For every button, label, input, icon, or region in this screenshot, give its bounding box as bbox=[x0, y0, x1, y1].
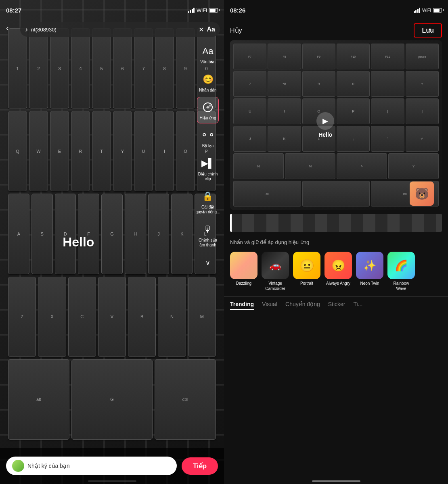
left-time: 08:27 bbox=[6, 7, 21, 14]
video-text-overlay: Hello bbox=[63, 235, 94, 250]
music-close-button[interactable]: ✕ bbox=[199, 26, 204, 33]
right-wifi-icon: WiFi bbox=[422, 8, 431, 13]
home-indicator-right bbox=[312, 480, 360, 482]
key-8: 8 bbox=[155, 28, 174, 108]
tab-trending[interactable]: Trending bbox=[230, 301, 254, 310]
timeline-content bbox=[230, 214, 442, 232]
diary-label: Nhật ký của bạn bbox=[27, 463, 70, 469]
wifi-icon: WiFi bbox=[197, 7, 207, 13]
right-status-bar: 08:26 WiFi bbox=[224, 0, 448, 20]
effect-label-neon: Neon Twin bbox=[360, 281, 379, 286]
left-bottom-bar: Nhật ký của bạn Tiếp bbox=[0, 448, 224, 484]
huy-button[interactable]: Hủy bbox=[230, 27, 242, 34]
effect-label-dazzling: Dazzling bbox=[236, 281, 251, 286]
text-tool-text: Văn bản bbox=[200, 60, 216, 65]
right-status-icons: WiFi bbox=[414, 7, 442, 13]
effect-thumb-neon: ✨ bbox=[356, 252, 383, 279]
music-title: nt(808930) bbox=[31, 27, 195, 33]
key-6: 6 bbox=[113, 28, 132, 108]
clip-icon: ▶▌ bbox=[200, 156, 216, 171]
effect-portrait[interactable]: 😐 Portrait bbox=[293, 252, 320, 291]
luu-button[interactable]: Lưu bbox=[414, 23, 442, 38]
effect-label-rainbow-wave: RainbowWave bbox=[394, 281, 409, 291]
music-note-icon: ♪ bbox=[25, 26, 28, 33]
sticker-button[interactable]: 😊 Nhãn dán bbox=[197, 69, 219, 96]
right-action-bar: Hủy Lưu bbox=[224, 20, 448, 40]
key-3: 3 bbox=[50, 28, 69, 108]
signal-icon bbox=[188, 7, 195, 13]
key-4: 4 bbox=[71, 28, 90, 108]
key-row-zxcv: Z X C V B N M bbox=[8, 277, 216, 357]
effect-thumb-portrait: 😐 bbox=[293, 252, 320, 279]
next-button[interactable]: Tiếp bbox=[182, 457, 218, 475]
key-7: 7 bbox=[134, 28, 153, 108]
right-toolbar: Aa Văn bản 😊 Nhãn dán Hiệu ứng ⚬⚬ Bộ lọc bbox=[192, 40, 224, 273]
effect-icon bbox=[200, 100, 216, 115]
key-1: 1 bbox=[8, 28, 27, 108]
key-row-asdf: A S D F G H J K L bbox=[8, 194, 216, 274]
effects-row: Dazzling 🚗 VintageCamcorder 😐 Portrait 😠… bbox=[224, 248, 448, 294]
sticker-label: Nhãn dán bbox=[199, 88, 216, 93]
clip-adjust-button[interactable]: ▶▌ Điều chỉnhclip bbox=[196, 152, 220, 185]
right-panel: 08:26 WiFi Hủy Lưu F7 F8 F9 F10 F11 paus bbox=[224, 0, 448, 484]
svg-point-1 bbox=[209, 105, 211, 107]
left-status-bar: 08:27 WiFi bbox=[0, 0, 224, 20]
video-hello-text: Hello bbox=[318, 131, 332, 138]
effect-neon[interactable]: ✨ Neon Twin bbox=[356, 252, 383, 291]
effect-thumb-vintage: 🚗 bbox=[262, 252, 289, 279]
effect-thumb-dazzling bbox=[230, 252, 257, 279]
chevron-down-icon: ∨ bbox=[200, 255, 216, 270]
left-status-icons: WiFi bbox=[188, 7, 218, 13]
effect-thumb-rainbow: 🌈 bbox=[387, 252, 415, 279]
tab-more[interactable]: Ti... bbox=[354, 301, 363, 310]
sticker-icon: 😊 bbox=[200, 72, 216, 87]
effect-dazzling[interactable]: Dazzling bbox=[230, 252, 257, 291]
privacy-button[interactable]: 🔒 Cài đặtquyền riêng... bbox=[193, 186, 222, 218]
play-button[interactable]: ▶ bbox=[316, 112, 334, 130]
right-time: 08:26 bbox=[230, 7, 245, 14]
key-row-numbers: 1 2 3 4 5 6 7 8 9 0 bbox=[8, 28, 216, 108]
privacy-label: Cài đặtquyền riêng... bbox=[195, 205, 220, 215]
diary-avatar bbox=[12, 460, 24, 472]
left-panel: 1 2 3 4 5 6 7 8 9 0 Q W E R T Y U I O P … bbox=[0, 0, 224, 484]
diary-button[interactable]: Nhật ký của bạn bbox=[6, 457, 177, 475]
effect-label-vintage: VintageCamcorder bbox=[265, 281, 285, 291]
battery-icon bbox=[209, 8, 218, 13]
video-preview: F7 F8 F9 F10 F11 pause 7 *8 9 0 - + U I … bbox=[230, 40, 442, 210]
filter-label: Bộ lọc bbox=[202, 144, 214, 148]
key-2: 2 bbox=[29, 28, 48, 108]
key-row-bottom: alt G ctrl bbox=[8, 359, 216, 440]
key-row-qwerty: Q W E R T Y U I O P bbox=[8, 111, 216, 191]
effect-rainbow-wave[interactable]: 🌈 RainbowWave bbox=[387, 252, 415, 291]
right-signal-icon bbox=[414, 7, 421, 13]
filter-icon: ⚬⚬ bbox=[200, 127, 216, 143]
text-tool-label[interactable]: Aa bbox=[207, 26, 215, 33]
effect-label: Hiệu ứng bbox=[200, 116, 216, 121]
clip-label: Điều chỉnhclip bbox=[198, 172, 218, 182]
timeline-strip[interactable] bbox=[230, 214, 442, 232]
timeline-handle[interactable] bbox=[230, 214, 232, 232]
effect-angry[interactable]: 😠 Always Angry bbox=[324, 252, 352, 291]
tab-visual[interactable]: Visual bbox=[262, 301, 277, 310]
bear-sticker: 🐻 bbox=[410, 182, 434, 206]
key-5: 5 bbox=[92, 28, 111, 108]
sound-edit-button[interactable]: 🎙 Chỉnh sửaâm thanh bbox=[196, 219, 220, 251]
effect-instructions: Nhấn và giữ để áp dụng hiệu ứng bbox=[224, 236, 448, 248]
lock-icon: 🔒 bbox=[200, 189, 216, 204]
mic-icon: 🎙 bbox=[200, 222, 216, 237]
right-battery-icon bbox=[433, 8, 442, 13]
play-overlay: ▶ Hello bbox=[316, 112, 334, 138]
effect-label-angry: Always Angry bbox=[326, 281, 350, 286]
effect-thumb-angry: 😠 bbox=[324, 252, 352, 279]
effect-vintage[interactable]: 🚗 VintageCamcorder bbox=[262, 252, 289, 291]
effect-button[interactable]: Hiệu ứng bbox=[197, 97, 219, 123]
back-button[interactable]: ‹ bbox=[6, 23, 9, 33]
tab-sticker[interactable]: Sticker bbox=[328, 301, 345, 310]
effect-label-portrait: Portrait bbox=[300, 281, 313, 286]
text-tool-button[interactable]: Aa Văn bản bbox=[198, 40, 218, 68]
music-bar: ♪ nt(808930) ✕ Aa bbox=[20, 22, 220, 37]
text-icon: Aa bbox=[200, 44, 216, 59]
tab-chuyen-dong[interactable]: Chuyển động bbox=[285, 301, 320, 310]
filter-button[interactable]: ⚬⚬ Bộ lọc bbox=[198, 124, 218, 152]
chevron-down-button[interactable]: ∨ bbox=[198, 252, 218, 273]
